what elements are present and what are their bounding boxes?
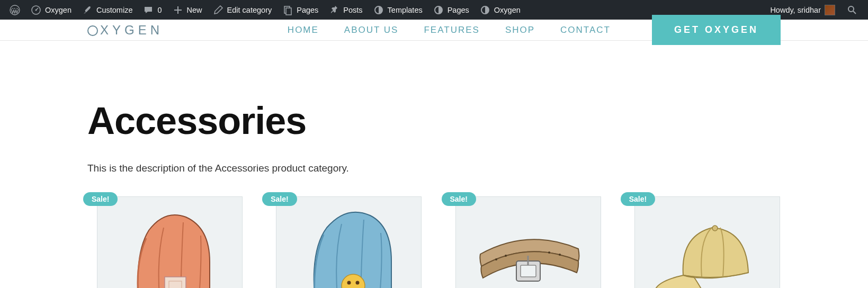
new-label: New: [187, 6, 202, 14]
wordpress-logo-icon: [10, 5, 20, 15]
svg-point-20: [548, 251, 550, 254]
svg-point-13: [355, 281, 359, 284]
cta-get-oxygen[interactable]: GET OXYGEN: [652, 15, 781, 45]
search-button[interactable]: [840, 0, 864, 20]
howdy-label: Howdy, sridhar: [770, 6, 821, 14]
product-illustration-beanie-orange: [106, 199, 234, 289]
oxygen-icon: [480, 5, 490, 15]
nav-contact[interactable]: CONTACT: [560, 25, 611, 35]
svg-point-2: [35, 9, 37, 11]
sale-badge: Sale!: [442, 192, 476, 206]
nav-shop[interactable]: SHOP: [505, 25, 535, 35]
sale-badge: Sale!: [83, 192, 118, 206]
pages-icon: [282, 5, 293, 15]
product-card[interactable]: Sale!: [87, 196, 243, 288]
nav-about[interactable]: ABOUT US: [344, 25, 399, 35]
site-logo[interactable]: XYGEN: [87, 23, 163, 38]
brush-icon: [82, 5, 93, 15]
svg-rect-9: [165, 277, 186, 289]
pages-label: Pages: [297, 6, 318, 14]
sale-badge: Sale!: [621, 192, 655, 206]
customize-menu[interactable]: Customize: [77, 0, 138, 20]
comments-count: 0: [157, 6, 162, 14]
svg-point-18: [495, 258, 497, 260]
logo-o-icon: [87, 25, 98, 36]
product-card[interactable]: Sale!: [266, 196, 422, 288]
comment-icon: [143, 5, 154, 15]
page-description: This is the description of the Accessori…: [87, 163, 781, 174]
oxygen-menu-label: Oxygen: [494, 6, 521, 14]
product-illustration-belt: [464, 199, 592, 289]
nav-home[interactable]: HOME: [288, 25, 319, 35]
edit-category-label: Edit category: [227, 6, 272, 14]
svg-point-22: [712, 226, 718, 231]
new-menu[interactable]: New: [167, 0, 208, 20]
product-image: [276, 196, 422, 288]
svg-rect-4: [286, 8, 291, 15]
dashboard-icon: [31, 5, 41, 15]
oxygen-pages-label: Pages: [448, 6, 469, 14]
product-grid: Sale! Sale!: [87, 196, 781, 288]
plus-icon: [173, 5, 183, 15]
search-icon: [847, 5, 857, 15]
page-title: Accessories: [87, 99, 781, 142]
pencil-icon: [213, 5, 223, 15]
nav-features[interactable]: FEATURES: [424, 25, 479, 35]
user-avatar: [825, 5, 835, 15]
svg-point-19: [505, 255, 507, 257]
svg-point-21: [559, 254, 561, 256]
oxygen-icon: [433, 5, 444, 15]
svg-rect-16: [521, 265, 536, 277]
wp-logo-menu[interactable]: [4, 0, 25, 20]
edit-category-menu[interactable]: Edit category: [208, 0, 278, 20]
product-image: [455, 196, 601, 288]
site-name-menu[interactable]: Oxygen: [25, 0, 77, 20]
svg-point-8: [848, 6, 854, 12]
page-content: Accessories This is the description of t…: [0, 41, 868, 288]
comments-menu[interactable]: 0: [138, 0, 167, 20]
posts-label: Posts: [343, 6, 362, 14]
product-illustration-beanie-blue: [285, 199, 413, 289]
site-name-label: Oxygen: [45, 6, 71, 14]
product-card[interactable]: Sale!: [446, 196, 602, 288]
logo-text: XYGEN: [100, 23, 163, 38]
site-header: XYGEN HOME ABOUT US FEATURES SHOP CONTAC…: [0, 20, 868, 41]
site-nav: HOME ABOUT US FEATURES SHOP CONTACT GET …: [288, 15, 781, 45]
sale-badge: Sale!: [262, 192, 297, 206]
product-illustration-cap: [643, 199, 771, 289]
product-card[interactable]: Sale!: [625, 196, 781, 288]
templates-label: Templates: [388, 6, 423, 14]
pin-icon: [329, 5, 339, 15]
svg-point-12: [347, 281, 351, 284]
customize-label: Customize: [96, 6, 133, 14]
product-image: [634, 196, 780, 288]
oxygen-icon: [373, 5, 384, 15]
product-image: [97, 196, 243, 288]
